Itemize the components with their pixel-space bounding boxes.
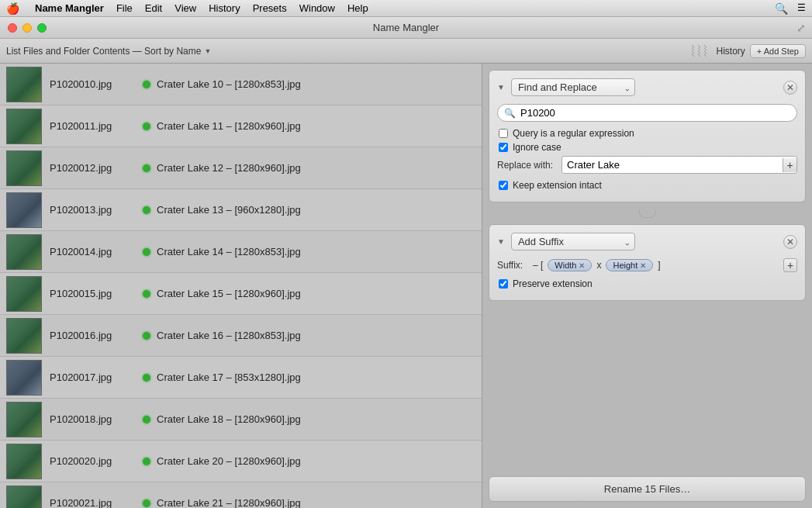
status-dot bbox=[143, 499, 150, 507]
presets-menu[interactable]: Presets bbox=[253, 2, 287, 14]
keep-extension-label: Keep extension intact bbox=[513, 180, 602, 191]
table-row[interactable]: P1020014.jpgCrater Lake 14 – [1280x853].… bbox=[0, 231, 482, 273]
table-row[interactable]: P1020011.jpgCrater Lake 11 – [1280x960].… bbox=[0, 105, 482, 147]
ignore-case-row: Ignore case bbox=[497, 142, 797, 153]
file-name: P1020011.jpg bbox=[50, 120, 143, 132]
add-suffix-card: ▼ Add Suffix Add Prefix Find and Replace… bbox=[489, 224, 806, 301]
file-name: P1020020.jpg bbox=[50, 455, 143, 467]
right-panel: ▼ Find and Replace Add Prefix Add Suffix… bbox=[482, 64, 812, 508]
status-dot bbox=[143, 123, 150, 130]
close-button[interactable] bbox=[8, 23, 17, 33]
suffix-plus-button[interactable]: + bbox=[783, 258, 797, 272]
add-step-button[interactable]: + Add Step bbox=[750, 44, 806, 58]
query-regex-label: Query is a regular expression bbox=[513, 128, 634, 139]
spacer bbox=[489, 307, 806, 470]
history-menu[interactable]: History bbox=[209, 2, 240, 14]
file-result: Crater Lake 12 – [1280x960].jpg bbox=[157, 162, 301, 174]
search-input[interactable] bbox=[520, 107, 790, 119]
table-row[interactable]: P1020017.jpgCrater Lake 17 – [853x1280].… bbox=[0, 357, 482, 399]
replace-row: Replace with: + bbox=[497, 156, 797, 174]
height-token[interactable]: Height ✕ bbox=[606, 259, 653, 271]
status-dot bbox=[143, 81, 150, 88]
search-icon[interactable]: 🔍 bbox=[775, 2, 788, 15]
file-name: P1020015.jpg bbox=[50, 288, 143, 299]
suffix-x-text: x bbox=[596, 260, 601, 271]
keep-extension-checkbox[interactable] bbox=[499, 181, 508, 190]
ignore-case-checkbox[interactable] bbox=[499, 143, 508, 152]
file-result: Crater Lake 16 – [1280x853].jpg bbox=[157, 330, 301, 341]
file-list-panel: P1020010.jpgCrater Lake 10 – [1280x853].… bbox=[0, 64, 482, 508]
preserve-extension-checkbox[interactable] bbox=[499, 279, 508, 289]
file-result: Crater Lake 11 – [1280x960].jpg bbox=[157, 120, 301, 132]
width-token-remove[interactable]: ✕ bbox=[579, 261, 585, 270]
table-row[interactable]: P1020010.jpgCrater Lake 10 – [1280x853].… bbox=[0, 64, 482, 105]
minimize-button[interactable] bbox=[22, 23, 32, 33]
history-label: History bbox=[717, 46, 745, 57]
width-token[interactable]: Width ✕ bbox=[548, 259, 592, 271]
status-dot bbox=[143, 164, 150, 172]
status-dot bbox=[143, 458, 150, 465]
list-mode-chevron[interactable]: ▼ bbox=[204, 47, 211, 55]
height-token-label: Height bbox=[613, 261, 638, 270]
replace-plus-button[interactable]: + bbox=[783, 158, 796, 172]
table-row[interactable]: P1020012.jpgCrater Lake 12 – [1280x960].… bbox=[0, 147, 482, 189]
step2-type-select[interactable]: Add Suffix Add Prefix Find and Replace N… bbox=[511, 233, 635, 251]
maximize-button[interactable] bbox=[37, 23, 47, 33]
title-bar: Name Mangler ⤢ bbox=[0, 17, 812, 39]
suffix-close-text: ] bbox=[658, 260, 660, 271]
table-row[interactable]: P1020020.jpgCrater Lake 20 – [1280x960].… bbox=[0, 441, 482, 482]
table-row[interactable]: P1020021.jpgCrater Lake 21 – [1280x960].… bbox=[0, 482, 482, 508]
file-name: P1020018.jpg bbox=[50, 413, 143, 425]
file-result: Crater Lake 13 – [960x1280].jpg bbox=[157, 204, 301, 216]
keep-extension-row: Keep extension intact bbox=[497, 180, 797, 191]
apple-menu[interactable]: 🍎 bbox=[6, 2, 19, 15]
file-name: P1020014.jpg bbox=[50, 246, 143, 257]
file-name: P1020017.jpg bbox=[50, 371, 143, 383]
table-row[interactable]: P1020018.jpgCrater Lake 18 – [1280x960].… bbox=[0, 399, 482, 441]
menu-bar: 🍎 Name Mangler File Edit View History Pr… bbox=[0, 0, 812, 17]
query-regex-row: Query is a regular expression bbox=[497, 128, 797, 139]
replace-label: Replace with: bbox=[497, 160, 555, 171]
file-name: P1020013.jpg bbox=[50, 204, 143, 216]
rename-button[interactable]: Rename 15 Files… bbox=[489, 476, 806, 502]
file-name: P1020016.jpg bbox=[50, 330, 143, 341]
table-row[interactable]: P1020013.jpgCrater Lake 13 – [960x1280].… bbox=[0, 189, 482, 231]
list-icon[interactable]: ☰ bbox=[797, 2, 806, 15]
file-result: Crater Lake 14 – [1280x853].jpg bbox=[157, 246, 301, 257]
status-dot bbox=[143, 416, 150, 423]
status-dot bbox=[143, 332, 150, 340]
status-dot bbox=[143, 248, 150, 256]
preserve-extension-row: Preserve extension bbox=[497, 278, 797, 289]
file-result: Crater Lake 15 – [1280x960].jpg bbox=[157, 288, 301, 299]
edit-menu[interactable]: Edit bbox=[145, 2, 162, 14]
suffix-label: Suffix: bbox=[497, 260, 528, 271]
find-replace-card: ▼ Find and Replace Add Prefix Add Suffix… bbox=[489, 70, 806, 202]
width-token-label: Width bbox=[555, 261, 576, 270]
step1-header: ▼ Find and Replace Add Prefix Add Suffix… bbox=[497, 78, 797, 96]
status-dot bbox=[143, 374, 150, 382]
view-menu[interactable]: View bbox=[174, 2, 196, 14]
height-token-remove[interactable]: ✕ bbox=[640, 261, 646, 270]
resize-icon[interactable]: ⤢ bbox=[796, 22, 806, 34]
step1-collapse-icon[interactable]: ▼ bbox=[497, 83, 505, 92]
file-menu[interactable]: File bbox=[116, 2, 133, 14]
table-row[interactable]: P1020016.jpgCrater Lake 16 – [1280x853].… bbox=[0, 315, 482, 357]
app-name-menu[interactable]: Name Mangler bbox=[35, 2, 104, 14]
window-menu[interactable]: Window bbox=[299, 2, 335, 14]
table-row[interactable]: P1020015.jpgCrater Lake 15 – [1280x960].… bbox=[0, 273, 482, 315]
suffix-row: Suffix: – [ Width ✕ x Height ✕ ] + bbox=[497, 258, 797, 272]
separator-icon: ⦚⦚⦚ bbox=[690, 44, 709, 58]
search-row: 🔍 bbox=[497, 104, 797, 122]
preserve-extension-label: Preserve extension bbox=[513, 278, 593, 289]
step1-type-select[interactable]: Find and Replace Add Prefix Add Suffix N… bbox=[511, 78, 635, 96]
step2-collapse-icon[interactable]: ▼ bbox=[497, 237, 505, 246]
status-dot bbox=[143, 206, 150, 214]
replace-input[interactable] bbox=[562, 157, 783, 173]
query-regex-checkbox[interactable] bbox=[499, 129, 508, 138]
step2-header: ▼ Add Suffix Add Prefix Find and Replace… bbox=[497, 233, 797, 251]
help-menu[interactable]: Help bbox=[347, 2, 368, 14]
step1-close-button[interactable]: ✕ bbox=[783, 81, 797, 95]
ignore-case-label: Ignore case bbox=[513, 142, 561, 153]
file-result: Crater Lake 10 – [1280x853].jpg bbox=[157, 78, 301, 90]
step2-close-button[interactable]: ✕ bbox=[783, 235, 797, 249]
